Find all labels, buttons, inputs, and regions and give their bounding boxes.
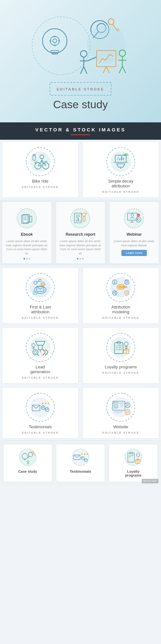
lead-gen-editable: EDITABLE STROKE	[22, 376, 59, 379]
first-last-icon	[29, 276, 52, 299]
svg-rect-8	[50, 40, 51, 42]
ebook-body: Lorem ipsum dolor sit dim amet, mea regi…	[5, 239, 48, 255]
first-last-title: First & Last attribution	[30, 305, 51, 314]
svg-text:%: %	[126, 291, 128, 295]
section-4: Lead generation EDITABLE STROKE	[0, 326, 161, 385]
testimonials-icon-area: ★★★ " "	[26, 393, 55, 422]
banner-underline	[71, 134, 90, 135]
website-title: Website	[113, 424, 128, 429]
svg-point-111	[30, 337, 51, 358]
card-webinar: ! Webinar Lorem ipsum dolor sit dim amet…	[109, 202, 159, 264]
svg-line-31	[122, 66, 126, 73]
learn-more-button[interactable]: Learn more	[121, 250, 147, 256]
svg-text:": "	[38, 408, 40, 413]
svg-rect-91	[33, 290, 35, 295]
research-icon-area	[69, 207, 92, 230]
dot-3	[82, 258, 84, 260]
first-last-editable: EDITABLE STROKE	[22, 316, 59, 319]
svg-point-18	[80, 51, 87, 57]
svg-text:$: $	[114, 280, 116, 284]
loyalty-mini-icon-area	[124, 448, 143, 467]
research-dots	[77, 258, 84, 260]
svg-rect-6	[54, 36, 56, 37]
testimonials-mini-title: Testimonials	[70, 469, 91, 473]
svg-rect-53	[121, 156, 122, 160]
loyalty-programs-icon	[109, 336, 132, 359]
svg-point-1	[43, 29, 67, 53]
svg-rect-73	[76, 220, 77, 222]
svg-point-0	[32, 17, 90, 75]
bike-ride-icon-area	[26, 147, 55, 176]
testimonials-editable: EDITABLE STROKE	[22, 431, 59, 434]
card-attribution-modeling: CLICK $	[82, 268, 159, 324]
card-testimonials-mini: ★★★ Testimonials	[56, 444, 105, 482]
simple-decay-editable: EDITABLE STROKE	[102, 190, 139, 194]
loyalty-editable: EDITABLE STROKE	[102, 371, 139, 374]
loyalty-icon-area	[106, 333, 135, 362]
lead-generation-icon	[29, 336, 52, 359]
simple-decay-title: Simple decay attribution	[108, 179, 133, 188]
loyalty-mini-title: Loyalty programs	[125, 469, 142, 477]
hero-illustration	[29, 12, 132, 80]
dot-3	[29, 258, 30, 260]
card-loyalty-mini: Loyalty programs	[109, 444, 158, 482]
svg-point-5	[53, 39, 57, 43]
attribution-modeling-editable: EDITABLE STROKE	[102, 316, 139, 319]
svg-text:!: !	[137, 214, 138, 217]
bike-ride-title: Bike ride	[32, 179, 49, 184]
testimonials-icon: ★★★ " "	[29, 396, 52, 419]
bike-ride-icon	[29, 150, 52, 173]
svg-line-25	[103, 67, 106, 73]
card-research-report: Research report Lorem ipsum dolor sit di…	[56, 202, 106, 264]
lead-gen-icon-area	[26, 333, 55, 362]
svg-point-66	[71, 209, 90, 228]
lead-gen-title: Lead generation	[30, 365, 50, 374]
svg-point-59	[17, 209, 36, 228]
webinar-body: Lorem ipsum dolor sit dim amet, mea regi…	[113, 239, 156, 247]
hero-editable-border: EDITABLE STROKE	[50, 82, 111, 96]
testimonials-mini-icon: ★★★	[71, 448, 90, 467]
attribution-icon-area: CLICK $	[106, 273, 135, 302]
simple-decay-icon	[109, 150, 132, 173]
webinar-icon: !	[124, 208, 145, 229]
dot-2	[80, 258, 81, 260]
testimonials-title: Testimonials	[29, 424, 52, 429]
section-2: Ebook Lorem ipsum dolor sit dim amet, me…	[0, 200, 161, 266]
ebook-title: Ebook	[21, 232, 33, 237]
svg-point-17	[87, 25, 126, 63]
svg-text:": "	[33, 399, 35, 404]
svg-text:★★★: ★★★	[41, 402, 50, 405]
svg-line-21	[80, 67, 84, 74]
case-study-mini-icon	[18, 448, 37, 467]
ebook-icon	[16, 208, 37, 229]
attribution-modeling-icon: CLICK $	[109, 276, 132, 299]
svg-point-149	[117, 402, 118, 403]
research-title: Research report	[66, 232, 95, 237]
dot-1	[77, 258, 79, 260]
section-3: First & Last attribution EDITABLE STROKE…	[0, 266, 161, 326]
svg-point-148	[115, 402, 116, 403]
card-simple-decay: Simple decay attribution EDITABLE STROKE	[82, 142, 159, 198]
first-last-icon-area	[26, 273, 55, 302]
svg-rect-92	[35, 292, 37, 295]
card-lead-generation: Lead generation EDITABLE STROKE	[2, 327, 79, 384]
research-body: Lorem ipsum dolor sit dim amet, mea regi…	[59, 239, 102, 255]
svg-rect-75	[80, 220, 81, 222]
dot-1	[24, 258, 25, 260]
hero-section: EDITABLE STROKE Case study	[0, 0, 161, 122]
section-5: ★★★ " " Testimonials EDITABLE STROKE	[0, 385, 161, 440]
website-icon-area	[106, 393, 135, 422]
svg-rect-74	[78, 218, 79, 222]
loyalty-mini-icon	[124, 448, 143, 467]
svg-rect-52	[119, 158, 120, 160]
dot-2	[26, 258, 28, 260]
loyalty-title: Loyalty programs	[105, 365, 137, 369]
attribution-modeling-title: Attribution modeling	[111, 305, 130, 314]
section-1: Bike ride EDITABLE STROKE	[0, 140, 161, 200]
svg-text:★★★: ★★★	[81, 452, 89, 456]
svg-line-90	[45, 284, 45, 285]
svg-rect-9	[58, 40, 60, 42]
webinar-title: Webinar	[127, 232, 142, 237]
bike-ride-editable: EDITABLE STROKE	[22, 185, 59, 189]
card-first-last: First & Last attribution EDITABLE STROKE	[2, 268, 79, 324]
